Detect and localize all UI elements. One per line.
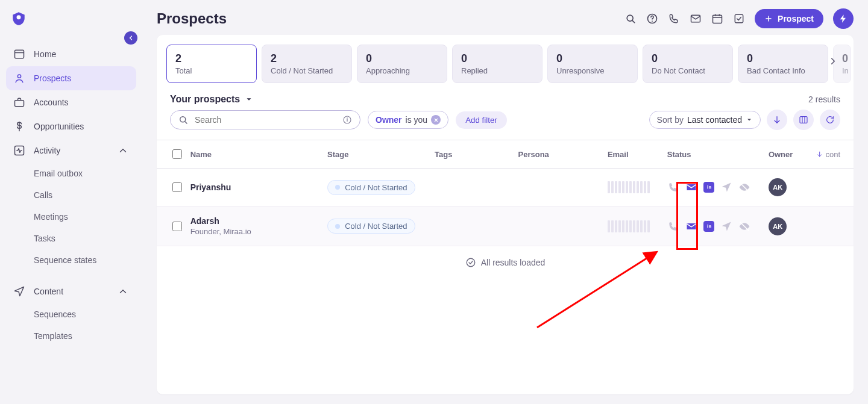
stage-label: Cold / Not Started bbox=[345, 222, 407, 231]
col-name[interactable]: Name bbox=[190, 150, 327, 159]
linkedin-badge-icon[interactable] bbox=[703, 182, 714, 193]
all-loaded-label: All results loaded bbox=[481, 258, 546, 267]
sidebar-nav: Home Prospects Accounts Opportunities Ac… bbox=[6, 42, 136, 347]
col-stage[interactable]: Stage bbox=[327, 150, 435, 159]
stage-chip[interactable]: Cold / Not Started bbox=[327, 219, 415, 234]
linkedin-badge-icon[interactable] bbox=[703, 221, 714, 232]
table-row[interactable]: Priyanshu Cold / Not Started bbox=[157, 169, 854, 207]
your-prospects-dropdown[interactable]: Your prospects bbox=[170, 94, 253, 105]
visibility-off-icon[interactable] bbox=[738, 220, 750, 232]
svg-rect-1 bbox=[15, 50, 24, 58]
email-placeholder-icon bbox=[608, 220, 667, 232]
phone-icon[interactable] bbox=[667, 220, 679, 232]
tile-replied[interactable]: 0 Replied bbox=[452, 45, 542, 83]
chip-remove-icon[interactable] bbox=[431, 115, 441, 125]
tile-number: 2 bbox=[175, 52, 248, 65]
header-actions: Prospect bbox=[624, 8, 854, 29]
prospects-card: 2 Total 2 Cold / Not Started 0 Approachi… bbox=[157, 35, 854, 394]
mail-icon[interactable] bbox=[685, 220, 697, 232]
sub-templates[interactable]: Templates bbox=[34, 325, 136, 347]
right-controls: Sort by Last contacted bbox=[649, 110, 840, 130]
sort-by-dropdown[interactable]: Sort by Last contacted bbox=[649, 111, 761, 129]
stage-chip[interactable]: Cold / Not Started bbox=[327, 180, 415, 195]
activity-icon bbox=[13, 145, 25, 157]
sidebar-collapse-button[interactable] bbox=[124, 31, 137, 45]
svg-point-7 bbox=[652, 20, 653, 22]
sub-meetings[interactable]: Meetings bbox=[34, 206, 136, 228]
sub-sequences[interactable]: Sequences bbox=[34, 303, 136, 325]
quick-action-button[interactable] bbox=[833, 8, 854, 29]
sub-email-outbox[interactable]: Email outbox bbox=[34, 163, 136, 184]
user-icon bbox=[13, 72, 25, 84]
task-icon[interactable] bbox=[733, 13, 745, 25]
status-icons bbox=[667, 181, 769, 193]
prospect-name[interactable]: Adarsh bbox=[190, 216, 328, 226]
col-last-contacted[interactable]: cont bbox=[816, 150, 840, 159]
col-email[interactable]: Email bbox=[608, 150, 667, 159]
owner-avatar[interactable]: AK bbox=[769, 217, 787, 235]
columns-button[interactable] bbox=[793, 110, 814, 130]
col-last-label: cont bbox=[825, 150, 840, 159]
send-icon[interactable] bbox=[720, 181, 732, 193]
tile-number: 0 bbox=[461, 52, 533, 65]
svg-point-14 bbox=[467, 258, 475, 267]
select-all-checkbox[interactable] bbox=[172, 149, 182, 159]
sidebar-item-activity[interactable]: Activity bbox=[6, 138, 136, 163]
col-owner[interactable]: Owner bbox=[769, 150, 816, 159]
help-icon[interactable] bbox=[646, 13, 658, 25]
sub-tasks[interactable]: Tasks bbox=[34, 228, 136, 249]
search-input[interactable] bbox=[193, 114, 337, 125]
mail-icon[interactable] bbox=[685, 181, 697, 193]
send-icon[interactable] bbox=[720, 220, 732, 232]
table-row[interactable]: Adarsh Founder, Miraa.io Cold / Not Star… bbox=[157, 207, 854, 246]
col-status[interactable]: Status bbox=[667, 150, 769, 159]
add-prospect-button[interactable]: Prospect bbox=[755, 9, 823, 28]
sort-direction-button[interactable] bbox=[767, 110, 787, 130]
phone-icon[interactable] bbox=[667, 181, 679, 193]
tile-unresponsive[interactable]: 0 Unresponsive bbox=[547, 45, 638, 83]
col-tags[interactable]: Tags bbox=[435, 150, 518, 159]
status-icons bbox=[667, 220, 769, 232]
row-checkbox[interactable] bbox=[172, 182, 182, 192]
add-filter-button[interactable]: Add filter bbox=[456, 111, 507, 129]
sidebar-item-label: Content bbox=[34, 287, 63, 296]
chevron-right-icon bbox=[828, 56, 838, 67]
sidebar-item-label: Home bbox=[34, 49, 56, 59]
search-box[interactable] bbox=[170, 110, 360, 129]
tiles-scroll-right[interactable] bbox=[826, 54, 840, 69]
email-placeholder-icon bbox=[608, 181, 667, 193]
sidebar-item-accounts[interactable]: Accounts bbox=[6, 90, 136, 114]
col-persona[interactable]: Persona bbox=[518, 150, 608, 159]
sidebar-item-opportunities[interactable]: Opportunities bbox=[6, 114, 136, 138]
search-icon[interactable] bbox=[624, 13, 637, 25]
filter-chip-owner[interactable]: Owner is you bbox=[368, 111, 448, 129]
info-icon[interactable] bbox=[342, 114, 353, 125]
tile-approaching[interactable]: 0 Approaching bbox=[357, 45, 447, 83]
results-count: 2 results bbox=[808, 95, 840, 104]
tile-do-not-contact[interactable]: 0 Do Not Contact bbox=[643, 45, 733, 83]
tile-label: Unresponsive bbox=[556, 66, 629, 75]
calendar-icon[interactable] bbox=[711, 13, 723, 25]
visibility-off-icon[interactable] bbox=[738, 181, 750, 193]
owner-avatar[interactable]: AK bbox=[769, 178, 787, 196]
your-prospects-label: Your prospects bbox=[170, 94, 240, 105]
mail-icon[interactable] bbox=[690, 13, 702, 25]
sidebar-item-prospects[interactable]: Prospects bbox=[6, 66, 136, 90]
prospect-name[interactable]: Priyanshu bbox=[190, 182, 328, 192]
sidebar-item-content[interactable]: Content bbox=[6, 279, 136, 303]
tile-bad-contact[interactable]: 0 Bad Contact Info bbox=[738, 45, 828, 83]
sub-sequence-states[interactable]: Sequence states bbox=[34, 249, 136, 271]
send-icon bbox=[13, 285, 25, 297]
sidebar-item-home[interactable]: Home bbox=[6, 42, 136, 66]
sub-calls[interactable]: Calls bbox=[34, 184, 136, 206]
tile-number: 0 bbox=[747, 52, 819, 65]
tile-cold[interactable]: 2 Cold / Not Started bbox=[262, 45, 352, 83]
sidebar: Home Prospects Accounts Opportunities Ac… bbox=[0, 0, 142, 404]
filters-row: Owner is you Add filter Sort by Last con… bbox=[157, 110, 854, 140]
table-header: Name Stage Tags Persona Email Status Own… bbox=[157, 140, 854, 169]
row-checkbox[interactable] bbox=[172, 222, 182, 231]
svg-rect-13 bbox=[800, 117, 807, 123]
tile-total[interactable]: 2 Total bbox=[166, 45, 257, 83]
refresh-button[interactable] bbox=[820, 110, 840, 130]
phone-icon[interactable] bbox=[668, 13, 680, 25]
